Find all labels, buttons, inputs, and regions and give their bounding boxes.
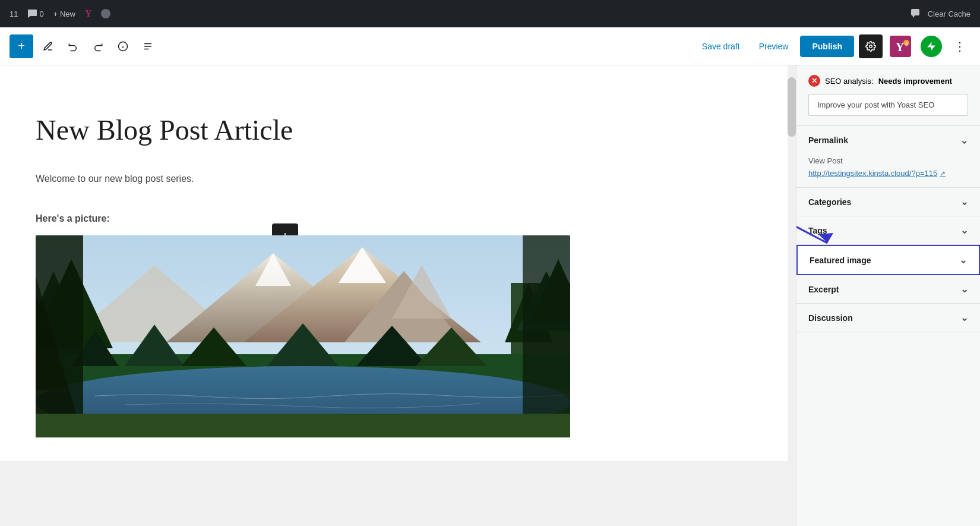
list-view-icon [143,41,153,52]
info-button[interactable] [113,36,133,56]
status-circle [101,9,110,18]
circle-item[interactable] [101,9,110,18]
categories-chevron: ⌄ [960,196,968,207]
seo-status-icon: ✕ [808,75,820,87]
featured-image-header[interactable]: Featured image ⌄ [798,246,979,274]
redo-icon [93,41,103,52]
svg-rect-39 [36,414,570,437]
yoast-button[interactable]: Y :) [887,33,913,59]
preview-button[interactable]: Preview [752,37,796,56]
paragraph-1: Welcome to our new blog post series. [36,171,570,187]
svg-rect-38 [523,235,570,437]
add-block-toolbar-button[interactable]: + [10,34,33,58]
paragraph-2: Here's a picture: [36,211,570,226]
tags-section: Tags ⌄ [796,216,980,245]
publish-button[interactable]: Publish [800,36,854,57]
discussion-section: Discussion ⌄ [796,304,980,332]
editor-toolbar: + Save draft Preview Publish Y :) [0,27,980,65]
lightning-button[interactable] [918,33,944,59]
comment-icon [27,10,37,18]
excerpt-chevron: ⌄ [960,284,968,295]
pen-icon [43,41,53,52]
permalink-url[interactable]: http://testingsitex.kinsta.cloud/?p=115 … [808,169,968,178]
seo-section: ✕ SEO analysis: Needs improvement Improv… [796,65,980,126]
seo-status: ✕ SEO analysis: Needs improvement [808,75,968,87]
wp-count-label: 11 [10,10,18,18]
post-title[interactable]: New Blog Post Article [36,113,725,147]
wp-count[interactable]: 11 [10,10,18,18]
more-options-button[interactable]: ⋮ [949,37,970,56]
tags-chevron: ⌄ [960,225,968,236]
redo-button[interactable] [88,36,108,56]
green-circle-icon [921,36,942,57]
discussion-chevron: ⌄ [960,312,968,323]
main-layout: New Blog Post Article Welcome to our new… [0,65,980,526]
tags-label: Tags [808,226,827,235]
undo-icon [68,41,78,52]
improve-yoast-button[interactable]: Improve your post with Yoast SEO [808,94,968,116]
yoast-item[interactable]: Y [85,8,92,19]
seo-analysis-label: SEO analysis: [825,77,874,86]
discussion-label: Discussion [808,313,853,323]
svg-text::): :) [905,41,908,46]
permalink-section: Permalink ⌃ View Post http://testingsite… [796,126,980,188]
permalink-label: Permalink [808,136,848,145]
featured-image-section: Featured image ⌄ [796,245,980,275]
permalink-header[interactable]: Permalink ⌃ [796,126,980,154]
excerpt-header[interactable]: Excerpt ⌄ [796,275,980,303]
excerpt-label: Excerpt [808,285,839,294]
sidebar: ✕ SEO analysis: Needs improvement Improv… [796,65,980,526]
toolbar-right: Save draft Preview Publish Y :) ⋮ [695,33,970,59]
info-icon [118,41,128,52]
yoast-icon: Y :) [890,36,911,57]
svg-point-7 [870,45,872,48]
gear-icon [865,41,876,52]
list-view-button[interactable] [138,36,158,56]
excerpt-section: Excerpt ⌄ [796,275,980,304]
svg-rect-0 [911,9,919,15]
clear-cache-item[interactable]: Clear Cache [928,10,970,18]
featured-image-chevron: ⌄ [959,254,967,266]
new-label: + New [53,10,75,18]
permalink-chevron: ⌃ [960,134,968,146]
external-link-icon: ↗ [940,169,946,178]
undo-button[interactable] [63,36,83,56]
permalink-body: View Post http://testingsitex.kinsta.clo… [796,154,980,187]
post-content[interactable]: Welcome to our new blog post series. Her… [36,171,570,438]
categories-header[interactable]: Categories ⌄ [796,188,980,216]
svg-text:Y: Y [896,40,905,53]
editor-wrapper: New Blog Post Article Welcome to our new… [0,65,796,526]
seo-status-text: Needs improvement [878,77,952,86]
pen-tool-button[interactable] [38,36,58,56]
yoast-logo: Y [85,8,92,19]
editor-area[interactable]: New Blog Post Article Welcome to our new… [0,65,796,461]
add-icon: + [18,39,25,53]
discussion-header[interactable]: Discussion ⌄ [796,304,980,332]
admin-bar: 11 0 + New Y Clear Cache [0,0,980,27]
comment-icon-item[interactable]: 0 [27,10,43,18]
mountain-image [36,235,570,437]
chat-icon [911,9,921,18]
editor-scroll-thumb[interactable] [788,77,796,137]
settings-button[interactable] [859,34,883,58]
chat-icon-item[interactable] [911,9,921,18]
featured-image-label: Featured image [810,256,871,265]
more-icon: ⋮ [954,40,966,53]
admin-bar-right: Clear Cache [911,9,970,18]
view-post-label: View Post [808,156,968,165]
categories-section: Categories ⌄ [796,188,980,216]
permalink-url-text: http://testingsitex.kinsta.cloud/?p=115 [808,169,937,178]
save-draft-button[interactable]: Save draft [695,37,747,56]
new-item[interactable]: + New [53,10,75,18]
svg-marker-12 [927,42,935,51]
clear-cache-label: Clear Cache [928,10,970,18]
tags-header[interactable]: Tags ⌄ [796,216,980,244]
editor-scroll-track[interactable] [788,65,796,526]
comment-count: 0 [39,10,43,18]
categories-label: Categories [808,197,851,207]
